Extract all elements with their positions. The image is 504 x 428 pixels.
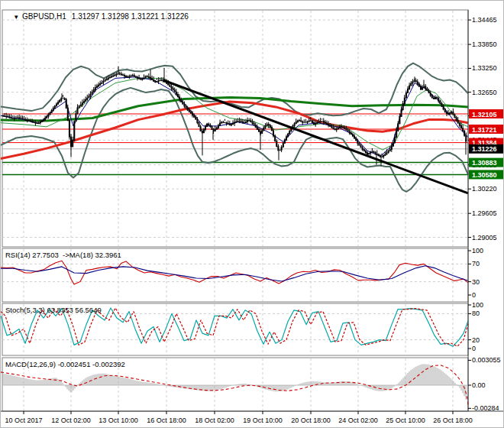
indicator-axes: 10070300100802000.0030550.00-0.00284 xyxy=(468,247,501,412)
time-axis-label: 24 Oct 02:00 xyxy=(338,417,378,424)
time-axis-label: 26 Oct 18:00 xyxy=(433,417,473,424)
time-axis-label: 25 Oct 10:00 xyxy=(386,417,425,424)
panel-divider-2[interactable] xyxy=(1,355,504,358)
indicator-axis-label: 80 xyxy=(472,310,480,317)
price-badge-label: 1.30580 xyxy=(472,171,497,179)
price-axis-label: 1.32650 xyxy=(472,89,497,96)
indicator-axis-label: 0 xyxy=(472,291,476,299)
time-axis-label: 13 Oct 10:00 xyxy=(99,417,138,424)
time-axis: 10 Oct 201712 Oct 02:0013 Oct 10:0016 Oc… xyxy=(1,411,504,424)
indicator-axis-label: 0.00 xyxy=(472,381,486,389)
price-axis-label: 1.30220 xyxy=(472,185,497,193)
price-axis-label: 1.29605 xyxy=(472,209,497,217)
indicator-axis-label: 20 xyxy=(472,336,480,344)
panel-2 xyxy=(2,303,468,355)
time-axis-label: 12 Oct 02:00 xyxy=(51,417,91,424)
price-badge-label: 1.31226 xyxy=(472,145,497,153)
time-axis-label: 18 Oct 02:00 xyxy=(195,417,234,424)
price-badge-label: 1.31721 xyxy=(472,126,497,134)
price-axis-label: 1.34465 xyxy=(472,16,497,24)
price-axis-label: 1.33850 xyxy=(472,41,497,48)
panel-divider-1[interactable] xyxy=(1,302,504,304)
indicator-axis-label: 70 xyxy=(472,260,480,268)
indicator-axis-label: 30 xyxy=(472,278,480,286)
chart-canvas[interactable]: 1.344651.338501.332501.326501.320551.314… xyxy=(1,1,504,428)
price-axis-label: 1.33250 xyxy=(472,64,497,72)
price-badge-label: 1.30883 xyxy=(472,159,497,167)
symbol-dropdown-icon[interactable]: ▼ xyxy=(13,14,19,21)
time-axis-label: 10 Oct 2017 xyxy=(5,417,42,424)
indicator-axis-label: 0 xyxy=(472,345,476,352)
panel-divider-0[interactable] xyxy=(1,247,504,249)
time-axis-label: 19 Oct 10:00 xyxy=(243,417,283,424)
time-axis-label: 20 Oct 18:00 xyxy=(291,417,331,424)
price-badge-label: 1.32105 xyxy=(472,111,497,118)
chart-window: 1.344651.338501.332501.326501.320551.314… xyxy=(0,0,504,428)
time-axis-label: 16 Oct 18:00 xyxy=(147,417,186,424)
price-axis-label: 1.29005 xyxy=(472,234,497,242)
